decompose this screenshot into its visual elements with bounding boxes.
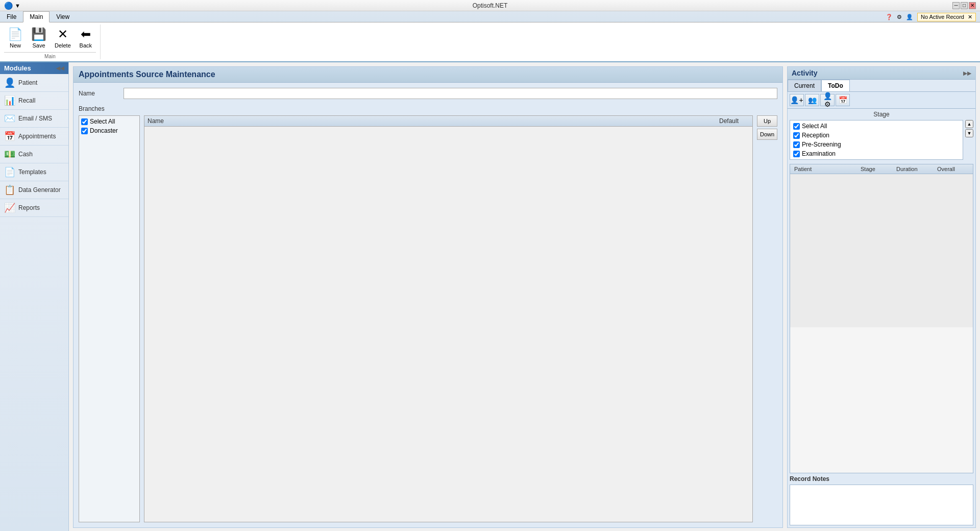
activity-tabs: Current ToDo xyxy=(788,80,975,92)
app-icon: 🔵 xyxy=(4,2,13,10)
branches-body: Select All Doncaster Name Default xyxy=(79,115,777,522)
record-notes-label: Record Notes xyxy=(790,475,973,482)
sidebar-header: Modules ◀◀ xyxy=(0,62,68,74)
app-title: Optisoft.NET xyxy=(473,2,508,9)
stage-pre-screening-label: Pre-Screening xyxy=(802,141,841,148)
name-table-body xyxy=(144,127,752,522)
name-row: Name xyxy=(79,88,777,99)
templates-icon: 📄 xyxy=(4,166,15,178)
ribbon-tab-view[interactable]: View xyxy=(50,11,76,22)
sidebar-item-data-generator[interactable]: 📋 Data Generator xyxy=(0,181,68,199)
recall-icon: 📊 xyxy=(4,95,15,106)
up-button[interactable]: Up xyxy=(757,115,777,127)
stage-pre-screening-checkbox[interactable] xyxy=(793,141,800,148)
sidebar-email-sms-label: Email / SMS xyxy=(18,115,52,122)
activity-table: Patient Stage Duration Overall xyxy=(790,164,973,473)
stage-select-all-checkbox[interactable] xyxy=(793,123,800,130)
person-add-button[interactable]: 👤+ xyxy=(790,94,804,106)
user-icon[interactable]: 👤 xyxy=(906,14,913,20)
name-col-header: Name xyxy=(148,117,708,125)
stage-list: Select All Reception Pre-Screening Exami… xyxy=(790,120,963,160)
minimize-button[interactable]: ─ xyxy=(952,2,960,9)
close-button[interactable]: ✕ xyxy=(969,2,976,9)
select-all-checkbox[interactable] xyxy=(81,118,88,125)
stage-select-all: Select All xyxy=(791,122,962,131)
sidebar-item-cash[interactable]: 💵 Cash xyxy=(0,146,68,163)
patient-icon: 👤 xyxy=(4,77,15,88)
overall-col: Overall xyxy=(935,165,971,173)
save-button[interactable]: 💾 Save xyxy=(28,25,50,51)
up-down-buttons: Up Down xyxy=(757,115,777,522)
close-record-icon[interactable]: ✕ xyxy=(968,14,972,20)
sidebar-patient-label: Patient xyxy=(18,79,37,86)
ribbon-tab-main[interactable]: Main xyxy=(23,11,50,22)
reports-icon: 📈 xyxy=(4,202,15,213)
sidebar-data-generator-label: Data Generator xyxy=(18,186,61,194)
tab-current[interactable]: Current xyxy=(788,80,821,91)
branches-label: Branches xyxy=(79,105,777,112)
person-add-icon: 👤+ xyxy=(790,96,803,104)
name-table: Name Default xyxy=(144,115,753,522)
stage-examination-label: Examination xyxy=(802,150,836,157)
default-col-header: Default xyxy=(708,117,749,125)
sidebar-collapse-button[interactable]: ◀◀ xyxy=(56,65,64,71)
ribbon-group-buttons: 📄 New 💾 Save ✕ Delete ⬅ Back xyxy=(4,25,96,51)
activity-icon-bar: 👤+ 👥 👤⚙ 📅 xyxy=(788,92,975,109)
stage-label: Stage xyxy=(790,111,973,118)
select-all-branch-item: Select All xyxy=(81,118,137,125)
sidebar-item-recall[interactable]: 📊 Recall xyxy=(0,92,68,110)
name-label: Name xyxy=(79,90,119,97)
back-button[interactable]: ⬅ Back xyxy=(76,25,96,51)
cash-icon: 💵 xyxy=(4,149,15,160)
sidebar-item-reports[interactable]: 📈 Reports xyxy=(0,199,68,217)
activity-table-header: Patient Stage Duration Overall xyxy=(790,164,973,174)
stage-scroll-down[interactable]: ▼ xyxy=(965,129,973,137)
settings-icon[interactable]: ⚙ xyxy=(897,14,902,20)
sidebar: Modules ◀◀ 👤 Patient 📊 Recall ✉️ Email /… xyxy=(0,62,69,531)
record-notes-box[interactable] xyxy=(790,485,973,525)
new-icon: 📄 xyxy=(8,27,23,41)
ribbon-group-label: Main xyxy=(4,52,96,59)
ribbon-tabs: File Main View xyxy=(0,11,980,22)
window-menu[interactable]: ▼ xyxy=(15,3,20,9)
new-button[interactable]: 📄 New xyxy=(4,25,27,51)
help-icon[interactable]: ❓ xyxy=(886,14,893,20)
maximize-button[interactable]: □ xyxy=(961,2,968,9)
delete-icon: ✕ xyxy=(58,27,68,41)
activity-expand-button[interactable]: ▶▶ xyxy=(963,70,971,76)
calendar-button[interactable]: 📅 xyxy=(836,94,850,106)
sidebar-item-patient[interactable]: 👤 Patient xyxy=(0,74,68,92)
stage-scroll-up[interactable]: ▲ xyxy=(965,120,973,128)
stage-reception-checkbox[interactable] xyxy=(793,132,800,139)
appointments-icon: 📅 xyxy=(4,131,15,142)
sidebar-item-templates[interactable]: 📄 Templates xyxy=(0,163,68,181)
person-settings-button[interactable]: 👤⚙ xyxy=(820,94,835,106)
branches-list: Select All Doncaster xyxy=(79,115,140,522)
select-all-label: Select All xyxy=(90,118,115,125)
activity-table-body xyxy=(790,174,973,327)
name-table-header: Name Default xyxy=(144,116,752,127)
stage-examination-checkbox[interactable] xyxy=(793,151,800,157)
form-panel: Appointments Source Maintenance Name Bra… xyxy=(73,66,783,528)
doncaster-checkbox[interactable] xyxy=(81,128,88,134)
main-layout: Modules ◀◀ 👤 Patient 📊 Recall ✉️ Email /… xyxy=(0,62,980,531)
name-input[interactable] xyxy=(124,88,777,99)
no-active-record[interactable]: No Active Record ✕ xyxy=(917,13,976,21)
down-button[interactable]: Down xyxy=(757,129,777,140)
sidebar-item-appointments[interactable]: 📅 Appointments xyxy=(0,128,68,146)
record-notes-section: Record Notes xyxy=(788,473,975,527)
activity-title: Activity xyxy=(792,69,818,77)
sidebar-item-email-sms[interactable]: ✉️ Email / SMS xyxy=(0,110,68,128)
duration-col: Duration xyxy=(894,165,935,173)
sidebar-cash-label: Cash xyxy=(18,151,33,158)
person-group-button[interactable]: 👥 xyxy=(805,94,819,106)
activity-table-section: Patient Stage Duration Overall xyxy=(788,164,975,473)
delete-button[interactable]: ✕ Delete xyxy=(51,25,75,51)
ribbon-content: 📄 New 💾 Save ✕ Delete ⬅ Back Main xyxy=(0,22,980,61)
sidebar-recall-label: Recall xyxy=(18,97,35,104)
data-generator-icon: 📋 xyxy=(4,184,15,196)
tab-todo[interactable]: ToDo xyxy=(821,80,850,91)
ribbon-tab-file[interactable]: File xyxy=(0,11,23,22)
doncaster-label: Doncaster xyxy=(90,127,118,134)
save-icon: 💾 xyxy=(31,27,46,41)
